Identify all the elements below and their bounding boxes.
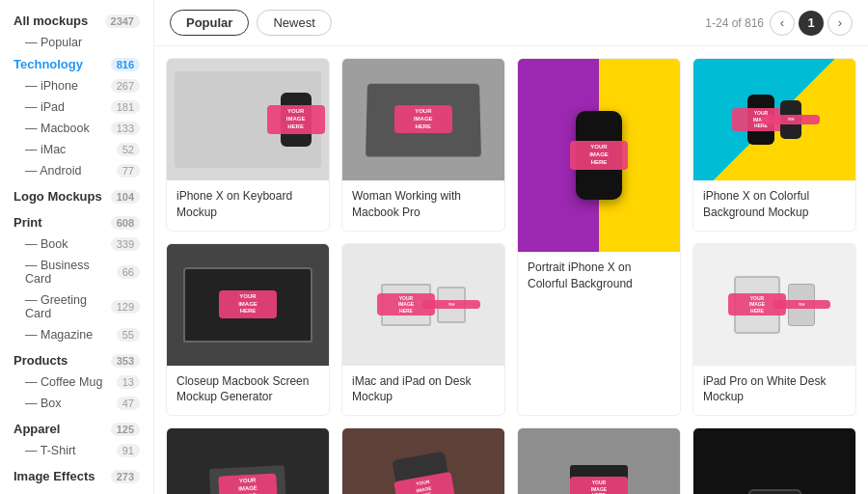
grid-area: YOURIMAGEHERE iPhone X on Keyboard Mocku… [154,46,868,494]
prev-page-button[interactable]: ‹ [770,11,795,36]
sidebar-count-apparel: 125 [111,423,140,436]
card-thumb-2: YOURIMAGEHERE [342,59,504,180]
card-thumb-5: YOURIMAGEHERE [167,244,329,366]
sidebar-count-all: 2347 [105,14,140,28]
card-title-5: Closeup Macbook Screen Mockup Generator [176,373,319,406]
sidebar-item-logo[interactable]: Logo Mockups 104 [0,185,153,207]
tab-popular[interactable]: Popular [170,10,249,36]
sidebar-count-print: 608 [111,216,140,230]
card-iphone-keyboard[interactable]: YOURIMAGEHERE iPhone X on Keyboard Mocku… [166,58,330,232]
sidebar-item-tshirt[interactable]: — T-Shirt 91 [0,440,153,461]
card-body-7: iPad Pro on White Desk Mockup [693,366,855,416]
sidebar-label-print: Print [14,215,42,230]
sidebar-label-tshirt: — T-Shirt [25,444,76,457]
sidebar-label-magazine: — Magazine [25,328,93,342]
card-imac-ipad[interactable]: YOURIMAGEHERE YIH iMac and iPad on Desk … [341,243,505,417]
sidebar-label-imac: — iMac [25,143,66,156]
sidebar-count-products: 353 [111,354,140,368]
card-title-6: iMac and iPad on Desk Mockup [352,373,495,406]
card-body-4: iPhone X on Colorful Background Mockup [693,180,855,231]
sidebar-item-popular[interactable]: — Popular [0,32,153,53]
sidebar-item-print[interactable]: Print 608 [0,211,153,233]
card-woman-macbook[interactable]: YOURIMAGEHERE Woman Working with Macbook… [341,58,505,232]
tab-newest[interactable]: Newest [257,10,331,36]
sidebar-label-coffeemug: — Coffee Mug [25,375,102,389]
card-title-4: iPhone X on Colorful Background Mockup [703,188,846,221]
sidebar-count-imac: 52 [117,143,140,156]
card-iphone-purple[interactable]: YOURIMAGEHERE Portrait iPhone X on Color… [517,58,681,416]
card-thumb-1: YOURIMAGEHERE [167,59,329,180]
card-title-3: Portrait iPhone X on Colorful Background [528,260,670,292]
sidebar-label-logo: Logo Mockups [14,189,102,204]
sidebar-item-book[interactable]: — Book 339 [0,233,153,255]
sidebar-item-imac[interactable]: — iMac 52 [0,139,153,160]
sidebar-label-popular-sub: — Popular [25,36,82,49]
sidebar-label-book: — Book [25,237,68,251]
sidebar: All mockups 2347 — Popular Technology 81… [0,0,154,494]
card-ipad-white[interactable]: YOURIMAGEHERE YIH iPad Pro on White Desk… [692,243,856,417]
sidebar-item-box[interactable]: — Box 47 [0,393,153,414]
card-business-dark[interactable]: YOURIMAGEHERE [166,427,330,494]
sidebar-count-coffeemug: 13 [117,375,140,389]
sidebar-count-technology: 816 [111,58,140,71]
card-macbook-closeup[interactable]: YOURIMAGEHERE Closeup Macbook Screen Moc… [166,243,330,417]
card-body-1: iPhone X on Keyboard Mockup [167,180,329,231]
card-iphone-colorful[interactable]: YOURIMAGEHERE YIH iPhone X on Colorful B… [692,58,856,232]
sidebar-item-magazine[interactable]: — Magazine 55 [0,324,153,345]
card-thumb-11: YOURIMAGEHERE [693,428,855,494]
sidebar-item-technology[interactable]: Technology 816 [0,53,153,75]
sidebar-label-apparel: Apparel [14,422,60,436]
card-body-5: Closeup Macbook Screen Mockup Generator [167,366,329,416]
card-tablet-table[interactable]: YOURIMAGEHERE [341,427,505,494]
sidebar-item-iphone[interactable]: — iPhone 267 [0,75,153,96]
card-thumb-4: YOURIMAGEHERE YIH [693,59,855,180]
page-navigation: ‹ 1 › [770,11,853,36]
sidebar-item-apparel[interactable]: Apparel 125 [0,418,153,440]
card-body-3: Portrait iPhone X on Colorful Background [518,252,680,302]
sidebar-label-iphone: — iPhone [25,79,78,93]
sidebar-label-macbook: — Macbook [25,122,90,135]
sidebar-label-ipad: — iPad [25,100,65,114]
sidebar-item-android[interactable]: — Android 77 [0,160,153,181]
card-body-2: Woman Working with Macbook Pro [342,180,504,231]
sidebar-label-greetingcard: — Greeting Card [25,293,111,320]
sidebar-count-tshirt: 91 [117,444,140,457]
sidebar-item-ipad[interactable]: — iPad 181 [0,96,153,118]
pagination-area: 1-24 of 816 ‹ 1 › [705,11,853,36]
sidebar-count-box: 47 [117,397,140,410]
main-content: Popular Newest 1-24 of 816 ‹ 1 › [154,0,868,494]
sidebar-count-imageeffects: 273 [111,470,140,483]
tab-group: Popular Newest [170,10,332,36]
sidebar-count-businesscard: 66 [117,265,140,279]
sidebar-count-macbook: 133 [111,122,140,135]
sidebar-count-book: 339 [111,237,140,251]
sidebar-count-ipad: 181 [111,100,140,114]
card-ipad-black[interactable]: YOURIMAGEHERE [692,427,856,494]
sidebar-label-technology: Technology [14,57,83,71]
sidebar-item-products[interactable]: Products 353 [0,349,153,371]
card-thumb-7: YOURIMAGEHERE YIH [693,244,855,366]
sidebar-count-greetingcard: 129 [111,300,140,314]
sidebar-item-imageeffects[interactable]: Image Effects 273 [0,465,153,487]
sidebar-item-all[interactable]: All mockups 2347 [0,10,153,32]
sidebar-count-logo: 104 [111,190,140,204]
sidebar-label-imageeffects: Image Effects [14,469,95,483]
mockup-grid: YOURIMAGEHERE iPhone X on Keyboard Mocku… [166,58,856,494]
sidebar-label-all: All mockups [14,14,88,28]
current-page: 1 [799,11,824,36]
sidebar-item-macbook[interactable]: — Macbook 133 [0,118,153,139]
card-thumb-10: YOURIMAGEHERE [518,428,680,494]
sidebar-item-coffeemug[interactable]: — Coffee Mug 13 [0,371,153,393]
next-page-button[interactable]: › [827,11,853,36]
card-title-2: Woman Working with Macbook Pro [352,188,495,221]
sidebar-item-greetingcard[interactable]: — Greeting Card 129 [0,289,153,324]
card-thumb-6: YOURIMAGEHERE YIH [342,244,504,366]
card-thumb-8: YOURIMAGEHERE [167,428,329,494]
pagination-info: 1-24 of 816 [705,16,764,30]
sidebar-item-businesscard[interactable]: — Business Card 66 [0,255,153,289]
card-thumb-9: YOURIMAGEHERE [342,428,504,494]
card-body-6: iMac and iPad on Desk Mockup [342,366,504,416]
card-man-surface[interactable]: YOURIMAGEHERE Man Using Surface Pro Tabl… [517,427,681,494]
card-thumb-3: YOURIMAGEHERE [518,59,680,252]
sidebar-label-box: — Box [25,397,62,410]
